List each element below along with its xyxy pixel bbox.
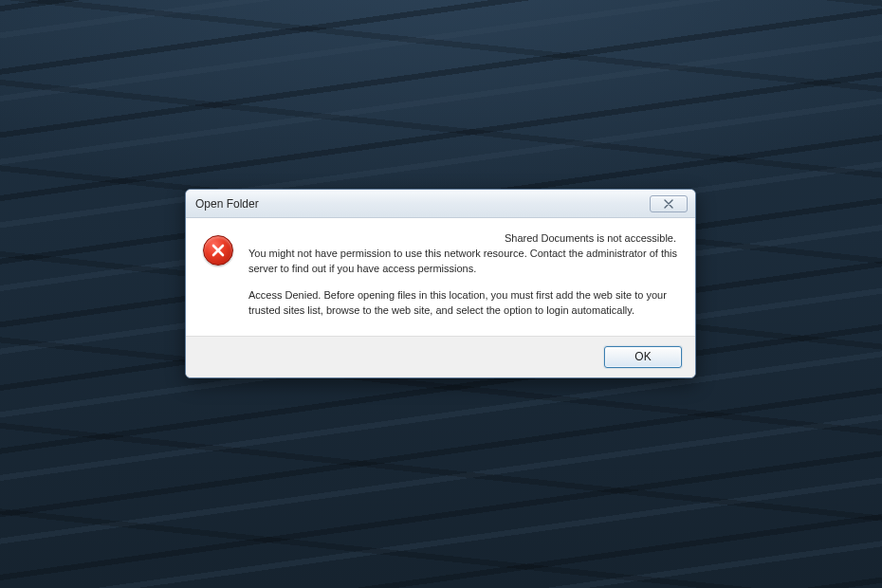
dialog-paragraph-1: You might not have permission to use thi…	[248, 247, 678, 277]
ok-button[interactable]: OK	[604, 346, 682, 368]
dialog-paragraph-2: Access Denied. Before opening files in t…	[248, 288, 678, 319]
dialog-title: Open Folder	[195, 197, 650, 211]
close-icon	[662, 199, 675, 209]
dialog-icon-column	[203, 231, 237, 319]
error-dialog: Open Folder Shared Documents is not acce…	[185, 189, 696, 378]
dialog-headline: Shared Documents is not accessible.	[248, 231, 678, 247]
dialog-body: Shared Documents is not accessible. You …	[186, 218, 695, 336]
error-icon	[203, 235, 233, 266]
ok-button-label: OK	[634, 350, 651, 363]
dialog-text-column: Shared Documents is not accessible. You …	[248, 231, 678, 319]
dialog-footer: OK	[186, 336, 695, 377]
close-button[interactable]	[650, 195, 688, 212]
dialog-titlebar[interactable]: Open Folder	[186, 190, 695, 218]
